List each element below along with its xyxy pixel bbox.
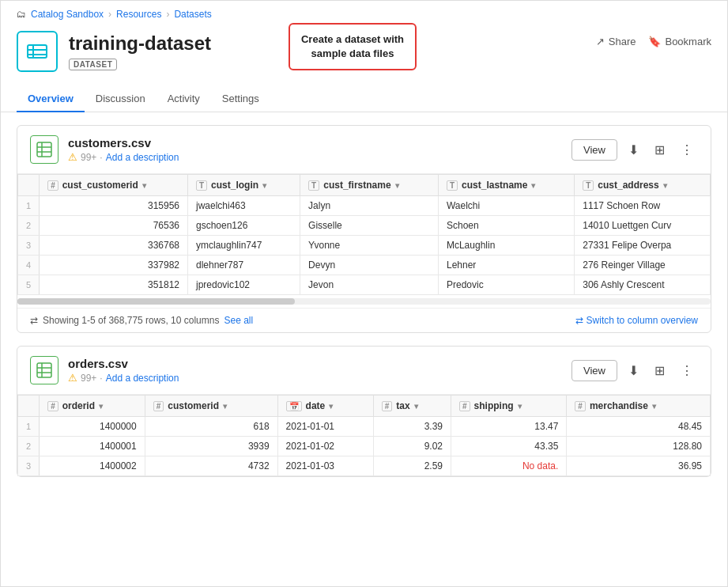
row-number: 1 — [18, 196, 40, 216]
bookmark-button[interactable]: 🔖 Bookmark — [648, 36, 711, 47]
bookmark-icon: 🔖 — [648, 36, 661, 47]
svg-rect-4 — [37, 142, 51, 157]
orders-table: # orderid ▾ # customerid ▾ — [17, 395, 711, 476]
svg-rect-0 — [28, 45, 47, 58]
warning-icon-orders: ⚠ — [68, 372, 77, 384]
rows-arrows-icon: ⇄ — [30, 315, 38, 326]
tab-activity[interactable]: Activity — [157, 86, 211, 112]
table-row: 2140000139392021-01-029.0243.35128.80 — [18, 437, 711, 456]
customers-table-footer: ⇄ Showing 1-5 of 368,775 rows, 10 column… — [17, 308, 711, 332]
see-all-customers[interactable]: See all — [224, 315, 253, 326]
orders-table-wrapper: # orderid ▾ # customerid ▾ — [17, 395, 711, 476]
file-card-customers: customers.csv ⚠ 99+ · Add a description … — [17, 125, 711, 333]
table-row: 276536gschoen126GisselleSchoen14010 Luet… — [18, 216, 711, 236]
file-icon-orders — [30, 356, 58, 384]
breadcrumb: 🗂 Catalog Sandbox › Resources › Datasets — [1, 1, 727, 25]
svg-rect-8 — [37, 363, 51, 377]
file-icon-customers — [30, 135, 58, 164]
dataset-icon — [17, 31, 58, 72]
download-orders-button[interactable]: ⬇ — [624, 362, 643, 380]
share-icon: ↗ — [596, 36, 605, 47]
dataset-badge: DATASET — [69, 59, 117, 70]
table-row: 4337982dlehner787DevynLehner276 Reinger … — [18, 256, 711, 275]
col-header-orderid[interactable]: # orderid ▾ — [40, 396, 145, 417]
view-orders-button[interactable]: View — [571, 360, 617, 381]
row-number: 3 — [18, 236, 40, 256]
add-desc-orders[interactable]: Add a description — [106, 373, 179, 384]
table-row: 5351812jpredovic102JevonPredovic306 Ashl… — [18, 275, 711, 295]
warning-count-customers: 99+ — [81, 152, 96, 163]
col-header-customerid[interactable]: # customerid ▾ — [145, 396, 277, 417]
customers-table-wrapper: # cust_customerid ▾ T cust_login ▾ — [17, 174, 711, 295]
table-row: 1315956jwaelchi463JalynWaelchi1117 Schoe… — [18, 196, 711, 216]
breadcrumb-catalog[interactable]: Catalog Sandbox — [31, 9, 104, 20]
view-customers-button[interactable]: View — [571, 139, 617, 161]
breadcrumb-icon: 🗂 — [17, 9, 26, 20]
col-header-cust-firstname[interactable]: T cust_firstname ▾ — [300, 175, 439, 196]
row-number: 4 — [18, 256, 40, 275]
customers-table: # cust_customerid ▾ T cust_login ▾ — [17, 174, 711, 295]
col-header-cust-address[interactable]: T cust_address ▾ — [575, 175, 711, 196]
more-customers-button[interactable]: ⋮ — [676, 141, 698, 159]
table-row: 114000006182021-01-013.3913.4748.45 — [18, 417, 711, 437]
customers-row-count: Showing 1-5 of 368,775 rows, 10 columns — [43, 315, 219, 326]
switch-column-overview-customers[interactable]: ⇄ Switch to column overview — [575, 315, 698, 326]
table-row: 3336768ymclaughlin747YvonneMcLaughlin273… — [18, 236, 711, 256]
col-header-date[interactable]: 📅 date ▾ — [277, 396, 373, 417]
tab-settings[interactable]: Settings — [211, 86, 270, 112]
customers-filename: customers.csv — [68, 136, 179, 150]
page-title: training-dataset — [69, 32, 211, 55]
tabs: Overview Discussion Activity Settings — [1, 78, 727, 112]
col-header-cust-customerid[interactable]: # cust_customerid ▾ — [40, 175, 188, 196]
row-number: 5 — [18, 275, 40, 295]
tab-overview[interactable]: Overview — [17, 86, 85, 112]
breadcrumb-resources[interactable]: Resources — [116, 9, 161, 20]
tooltip-annotation: Create a dataset withsample data files — [289, 23, 417, 70]
main-content: customers.csv ⚠ 99+ · Add a description … — [1, 112, 727, 502]
warning-icon-customers: ⚠ — [68, 151, 77, 163]
orders-filename: orders.csv — [68, 357, 179, 370]
add-desc-customers[interactable]: Add a description — [106, 152, 179, 163]
col-header-cust-login[interactable]: T cust_login ▾ — [188, 175, 300, 196]
col-header-cust-lastname[interactable]: T cust_lastname ▾ — [438, 175, 574, 196]
share-button[interactable]: ↗ Share — [596, 36, 636, 47]
page-header: training-dataset DATASET Create a datase… — [1, 25, 727, 72]
row-number: 2 — [18, 216, 40, 236]
col-header-merchandise[interactable]: # merchandise ▾ — [567, 396, 711, 417]
col-header-rownum-o — [18, 396, 40, 417]
tab-discussion[interactable]: Discussion — [85, 86, 157, 112]
col-header-shipping[interactable]: # shipping ▾ — [451, 396, 567, 417]
file-card-orders: orders.csv ⚠ 99+ · Add a description Vie… — [17, 346, 711, 477]
col-header-rownum-c — [18, 175, 40, 196]
col-header-tax[interactable]: # tax ▾ — [373, 396, 451, 417]
download-customers-button[interactable]: ⬇ — [624, 141, 643, 159]
layout-customers-button[interactable]: ⊞ — [650, 141, 670, 159]
breadcrumb-datasets[interactable]: Datasets — [174, 9, 211, 20]
more-orders-button[interactable]: ⋮ — [676, 362, 698, 380]
layout-orders-button[interactable]: ⊞ — [650, 362, 670, 380]
table-row: 3140000247322021-01-032.59No data.36.95 — [18, 456, 711, 476]
warning-count-orders: 99+ — [81, 373, 96, 384]
customers-scrollbar[interactable] — [17, 298, 711, 305]
